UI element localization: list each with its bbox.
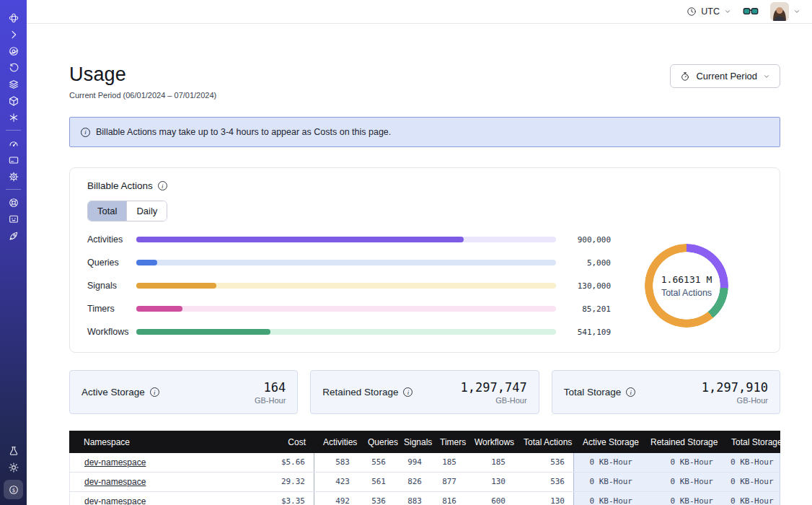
storage-card-label: Total Storage i (564, 387, 636, 398)
bar-fill (136, 329, 270, 335)
storage-card-label-text: Active Storage (81, 387, 145, 398)
billable-actions-title-text: Billable Actions (87, 180, 153, 191)
namespaces-icon[interactable] (0, 43, 27, 59)
bar-category-label: Signals (87, 281, 136, 291)
bar-value: 541,109 (566, 328, 611, 337)
storage-card-unit: GB-Hour (702, 396, 768, 405)
info-icon[interactable]: i (150, 387, 159, 397)
cell-cost: 29.32 (249, 473, 314, 491)
glasses-icon[interactable] (743, 6, 759, 17)
bar-chart: Activities 900,000 Queries 5,000 Signals… (87, 234, 611, 337)
cell-active_storage: 0 KB-Hour (573, 473, 641, 491)
cell-total_actions: 130 (514, 492, 573, 505)
cell-namespace: dev-namespace (70, 473, 249, 491)
sidebar-divider (6, 130, 21, 131)
storage-card-unit: GB-Hour (461, 396, 527, 405)
deployments-icon[interactable] (0, 92, 27, 109)
cell-workflows: 600 (465, 492, 514, 505)
bar-fill (136, 260, 157, 265)
cell-queries: 556 (358, 453, 394, 472)
cell-total_storage: 0 KB-Hour (722, 473, 780, 491)
settings-gear-icon[interactable] (0, 168, 27, 185)
table-row: dev-namespace$3.354925368838166001300 KB… (69, 492, 780, 505)
tab-total[interactable]: Total (88, 201, 126, 221)
cell-activities: 423 (314, 473, 358, 491)
theme-sun-icon[interactable] (0, 459, 27, 475)
bar-value: 85,201 (566, 304, 611, 314)
chevron-down-icon (763, 73, 770, 80)
usage-gauge-icon[interactable] (0, 135, 27, 152)
cell-timers: 185 (431, 453, 465, 472)
bar-category-label: Timers (87, 304, 136, 314)
bar-row: Signals 130,000 (87, 281, 611, 291)
info-icon[interactable]: i (403, 387, 412, 397)
user-avatar (770, 2, 789, 21)
column-header-queries: Queries (359, 437, 395, 447)
cell-total_storage: 0 KB-Hour (722, 492, 780, 505)
column-header-workflows: Workflows (466, 437, 515, 447)
cell-signals: 883 (394, 492, 431, 505)
stopwatch-icon (680, 71, 690, 82)
info-icon[interactable]: i (158, 181, 167, 190)
temporal-logo-icon[interactable] (0, 9, 27, 26)
bar-track (136, 237, 556, 242)
storage-card: Retained Storage i 1,297,747 GB-Hour (310, 370, 539, 414)
bar-category-label: Queries (87, 258, 136, 268)
labs-flask-icon[interactable] (0, 442, 27, 459)
bar-row: Workflows 541,109 (87, 327, 611, 337)
billing-card-icon[interactable] (0, 152, 27, 168)
support-lifebuoy-icon[interactable] (0, 194, 27, 211)
layers-icon[interactable] (0, 76, 27, 92)
info-banner-text: Billable Actions may take up to 3-4 hour… (96, 127, 391, 137)
total-actions-label: Total Actions (661, 288, 712, 298)
nexus-asterisk-icon[interactable] (0, 109, 27, 126)
billable-actions-title: Billable Actions i (87, 180, 762, 191)
bar-row: Activities 900,000 (87, 234, 611, 245)
collapse-chevron-icon[interactable] (0, 26, 27, 43)
feedback-monitor-icon[interactable] (0, 211, 27, 227)
period-selector-button[interactable]: Current Period (670, 64, 780, 88)
namespace-link[interactable]: dev-namespace (84, 477, 146, 487)
schedules-icon[interactable] (0, 59, 27, 76)
table-body: dev-namespace$5.665835569941851855360 KB… (69, 453, 780, 505)
cell-retained_storage: 0 KB-Hour (641, 453, 722, 472)
table-row: dev-namespace29.324235618268771305360 KB… (69, 473, 780, 492)
user-menu[interactable] (770, 2, 800, 21)
table-header: NamespaceCostActivitiesQueriesSignalsTim… (69, 431, 780, 453)
bar-fill (136, 306, 182, 312)
cell-cost: $3.35 (249, 492, 314, 505)
page-title: Usage (69, 63, 216, 86)
column-header-signals: Signals (395, 437, 431, 447)
column-header-retained_storage: Retained Storage (642, 437, 723, 447)
storage-card: Total Storage i 1,297,910 GB-Hour (552, 370, 780, 414)
bar-category-label: Activities (87, 234, 136, 245)
cell-cost: $5.66 (249, 453, 314, 472)
timezone-label: UTC (701, 6, 720, 17)
info-icon[interactable]: i (626, 387, 635, 397)
chevron-down-icon (724, 8, 731, 15)
bar-track (136, 283, 556, 289)
billable-actions-chart: Activities 900,000 Queries 5,000 Signals… (87, 234, 762, 337)
clock-icon (687, 6, 697, 17)
getting-started-rocket-icon[interactable] (0, 227, 27, 244)
billable-view-tabs: Total Daily (87, 201, 167, 221)
cell-total_storage: 0 KB-Hour (722, 453, 780, 472)
column-header-total_storage: Total Storage (723, 437, 780, 447)
tab-daily[interactable]: Daily (126, 201, 167, 221)
namespace-link[interactable]: dev-namespace (84, 496, 146, 505)
period-selector-label: Current Period (696, 71, 757, 82)
namespace-link[interactable]: dev-namespace (84, 457, 146, 467)
pricing-dollar-icon[interactable]: $ (4, 480, 23, 499)
bar-value: 5,000 (566, 258, 611, 268)
donut-chart: 1.66131 M Total Actions (611, 244, 762, 328)
sidebar-divider (6, 189, 21, 190)
timezone-picker[interactable]: UTC (687, 6, 731, 17)
main-area: UTC Usage Current Period (06 (27, 0, 812, 505)
sidebar: $ (0, 0, 27, 505)
svg-text:$: $ (12, 487, 14, 493)
billable-actions-card: Billable Actions i Total Daily Activitie… (69, 167, 780, 353)
bar-row: Timers 85,201 (87, 304, 611, 314)
storage-card: Active Storage i 164 GB-Hour (69, 370, 298, 414)
donut-center: 1.66131 M Total Actions (645, 244, 728, 328)
cell-total_actions: 536 (514, 453, 573, 472)
